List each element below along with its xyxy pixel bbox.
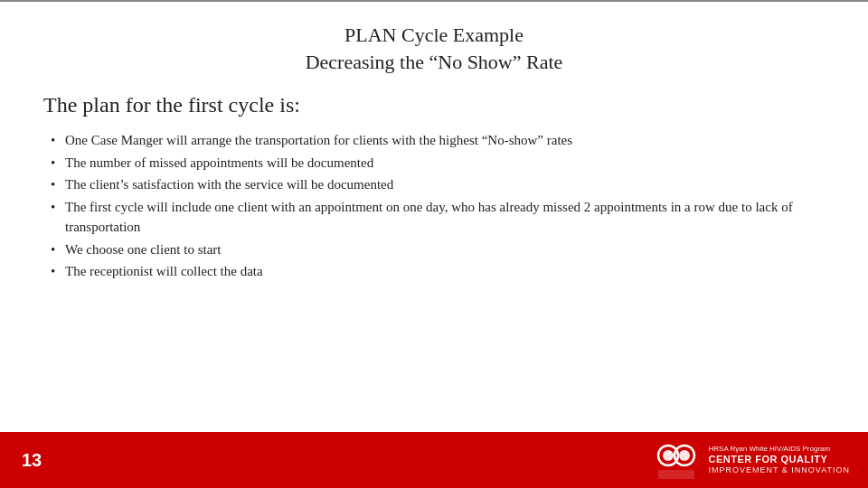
list-item: The client’s satisfaction with the servi… <box>51 174 825 195</box>
logo-text-sub: IMPROVEMENT & INNOVATION <box>708 465 850 475</box>
list-item: The first cycle will include one client … <box>51 197 825 238</box>
list-item: We choose one client to start <box>51 239 825 260</box>
title-line2: Decreasing the “No Show” Rate <box>43 49 825 76</box>
logo-text-block: HRSA Ryan White HIV/AIDS Program CENTER … <box>708 445 850 475</box>
list-item: One Case Manger will arrange the transpo… <box>51 130 825 151</box>
list-item: The receptionist will collect the data <box>51 261 825 282</box>
logo-text-top: HRSA Ryan White HIV/AIDS Program <box>708 445 830 454</box>
page-number: 13 <box>22 450 42 471</box>
bullet-list: One Case Manger will arrange the transpo… <box>51 130 825 284</box>
svg-point-4 <box>679 450 690 461</box>
plan-heading: The plan for the first cycle is: <box>43 93 825 117</box>
footer-bar: 13 HRSA Ryan White HIV/AIDS Program CENT… <box>0 432 868 488</box>
list-item: The number of missed appointments will b… <box>51 153 825 174</box>
logo-text-main: CENTER FOR QUALITY <box>708 454 827 465</box>
svg-rect-5 <box>658 470 694 479</box>
slide-container: PLAN Cycle Example Decreasing the “No Sh… <box>0 0 868 488</box>
svg-point-3 <box>663 450 674 461</box>
title-line1: PLAN Cycle Example <box>43 22 825 49</box>
content-area: PLAN Cycle Example Decreasing the “No Sh… <box>0 2 868 432</box>
title-block: PLAN Cycle Example Decreasing the “No Sh… <box>43 22 825 75</box>
footer-logo-area: HRSA Ryan White HIV/AIDS Program CENTER … <box>654 437 850 483</box>
center-logo-icon <box>654 437 699 483</box>
